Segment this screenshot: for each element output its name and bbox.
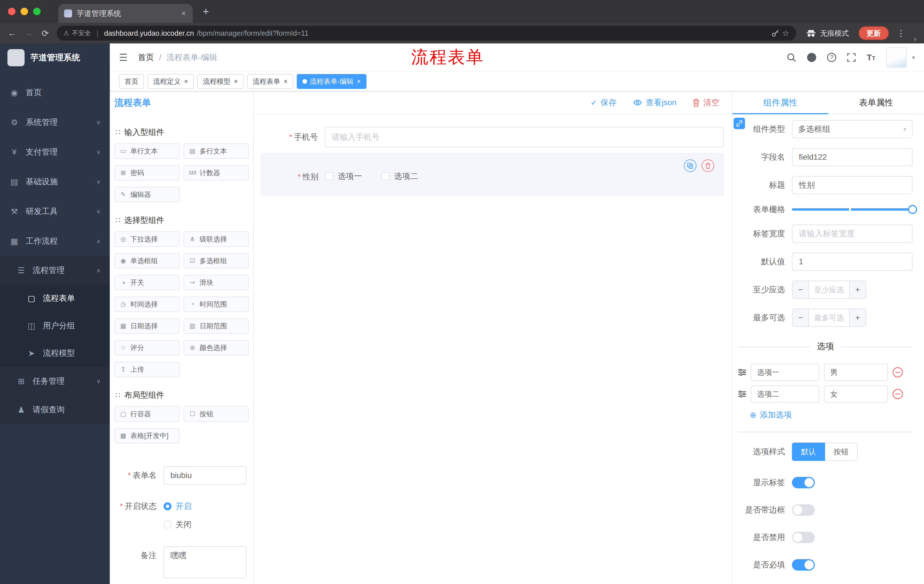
github-icon[interactable] (807, 53, 816, 62)
label-width-input[interactable] (792, 225, 912, 243)
palette-item-time-picker[interactable]: ◷时间选择 (114, 296, 180, 312)
clear-button[interactable]: 清空 (693, 97, 719, 108)
link-icon[interactable] (734, 118, 745, 129)
min-select-value[interactable]: 至少应选 (809, 281, 849, 298)
view-tab-home[interactable]: 首页 (119, 74, 144, 89)
window-zoom-button[interactable] (33, 8, 41, 15)
grid-slider[interactable] (792, 208, 912, 211)
palette-item-date-range[interactable]: ▥日期范围 (183, 318, 249, 334)
font-size-icon[interactable]: TT (866, 53, 875, 62)
palette-item-row-container[interactable]: ▢行容器 (114, 406, 180, 422)
add-option-button[interactable]: ⊕ 添加选项 (750, 410, 912, 420)
option-1-name-input[interactable] (751, 364, 819, 381)
option-2-value-input[interactable] (824, 385, 888, 403)
title-input[interactable] (792, 176, 912, 194)
plus-button[interactable]: + (849, 309, 866, 326)
window-close-button[interactable] (8, 8, 15, 15)
sidebar-item-system[interactable]: ⚙ 系统管理 ∨ (0, 107, 110, 137)
sidebar-item-payment[interactable]: ¥ 支付管理 ∨ (0, 137, 110, 167)
view-tab-process-model[interactable]: 流程模型 × (197, 74, 244, 89)
sidebar-item-task-management[interactable]: ⊞ 任务管理 ∨ (0, 367, 110, 395)
forward-icon[interactable]: → (23, 28, 34, 38)
close-icon[interactable]: × (184, 77, 188, 86)
new-tab-button[interactable]: + (198, 4, 213, 19)
sidebar-item-infrastructure[interactable]: ▤ 基础设施 ∨ (0, 167, 110, 197)
gender-field-selected[interactable]: *性别 选项一 选项二 (261, 153, 724, 196)
plus-button[interactable]: + (849, 281, 866, 298)
option-style-default-button[interactable]: 默认 (792, 443, 825, 461)
close-icon[interactable]: × (357, 77, 361, 86)
palette-item-radio-group[interactable]: ◉单选框组 (114, 253, 180, 268)
remove-option-button[interactable] (893, 389, 903, 399)
palette-item-switch[interactable]: ◑开关 (114, 275, 180, 290)
gender-option-2-checkbox[interactable]: 选项二 (382, 171, 418, 182)
phone-input[interactable] (325, 127, 724, 147)
tab-form-props[interactable]: 表单属性 (828, 91, 924, 114)
palette-item-password[interactable]: ⊠密码 (114, 165, 180, 181)
border-switch[interactable] (792, 504, 815, 516)
search-icon[interactable] (787, 53, 796, 62)
back-icon[interactable]: ← (7, 28, 17, 38)
bookmark-star-icon[interactable]: ☆ (782, 29, 789, 38)
view-tab-process-form[interactable]: 流程表单 × (247, 74, 293, 89)
form-remark-textarea[interactable]: 嘿嘿 (163, 546, 246, 578)
required-switch[interactable] (792, 559, 815, 571)
close-icon[interactable]: × (234, 77, 238, 86)
copy-component-button[interactable] (684, 160, 696, 172)
breadcrumb-home[interactable]: 首页 (138, 52, 154, 63)
reload-icon[interactable]: ⟳ (40, 28, 50, 38)
default-value-input[interactable] (792, 253, 912, 271)
option-style-button-button[interactable]: 按钮 (825, 443, 858, 461)
update-button[interactable]: 更新 (858, 26, 889, 40)
palette-item-cascader[interactable]: ⋔级联选择 (183, 232, 249, 247)
sidebar-item-process-model[interactable]: ➤ 流程模型 (0, 339, 110, 367)
palette-item-counter[interactable]: 123计数器 (183, 165, 249, 181)
slider-handle[interactable] (908, 205, 917, 214)
close-icon[interactable]: × (284, 77, 288, 86)
palette-item-checkbox-group[interactable]: ☑多选框组 (183, 253, 249, 268)
palette-item-multi-text[interactable]: ▤多行文本 (183, 143, 249, 159)
phone-field[interactable]: *手机号 (261, 127, 724, 147)
sidebar-item-process-management[interactable]: ☰ 流程管理 ∧ (0, 256, 110, 285)
drag-handle-icon[interactable] (738, 391, 746, 397)
minus-button[interactable]: − (792, 309, 809, 326)
window-minimize-button[interactable] (21, 8, 28, 15)
palette-item-editor[interactable]: ✎编辑器 (114, 187, 180, 202)
sidebar-item-process-form[interactable]: ▢ 流程表单 (0, 285, 110, 312)
drag-handle-icon[interactable] (738, 369, 746, 376)
sidebar-item-home[interactable]: ◉ 首页 (0, 78, 110, 107)
max-select-value[interactable]: 最多可选 (809, 309, 849, 326)
component-type-select[interactable]: 多选框组 ▾ (792, 120, 912, 138)
gender-option-1-checkbox[interactable]: 选项一 (325, 171, 362, 182)
status-radio-closed[interactable]: 关闭 (163, 515, 191, 534)
minus-button[interactable]: − (792, 281, 809, 298)
toolbar-chevron-icon[interactable]: ∨ (913, 36, 917, 42)
sidebar-item-leave-query[interactable]: ♟ 请假查询 (0, 395, 110, 424)
view-tab-process-definition[interactable]: 流程定义 × (147, 74, 194, 89)
option-1-value-input[interactable] (824, 364, 888, 381)
sidebar-collapse-icon[interactable]: ☰ (119, 52, 127, 63)
help-icon[interactable]: ? (827, 53, 836, 62)
palette-item-upload[interactable]: ↥上传 (114, 362, 180, 377)
view-json-button[interactable]: 查看json (633, 97, 676, 108)
field-name-input[interactable] (792, 148, 912, 166)
view-tab-process-form-edit[interactable]: 流程表单-编辑 × (297, 74, 366, 89)
palette-item-rate[interactable]: ☆评分 (114, 340, 180, 355)
save-button[interactable]: ✓ 保存 (591, 97, 616, 108)
browser-menu-icon[interactable]: ⋮ (895, 28, 907, 38)
disabled-switch[interactable] (792, 532, 815, 543)
sidebar-item-user-group[interactable]: ◫ 用户分组 (0, 312, 110, 339)
status-radio-open[interactable]: 开启 (163, 497, 191, 515)
browser-tab[interactable]: 芋道管理系统 × (58, 4, 193, 23)
delete-component-button[interactable] (701, 160, 714, 172)
palette-item-slider[interactable]: ⊸滑块 (183, 275, 249, 290)
sidebar-item-workflow[interactable]: ▦ 工作流程 ∧ (0, 226, 110, 256)
palette-item-time-range[interactable]: ◔时间范围 (183, 296, 249, 312)
palette-item-button[interactable]: ☐按钮 (183, 406, 249, 422)
palette-item-color-picker[interactable]: ⊛颜色选择 (183, 340, 249, 355)
show-label-switch[interactable] (792, 477, 815, 488)
address-bar[interactable]: ⚠ 不安全 | dashboard.yudao.iocoder.cn /bpm/… (57, 26, 796, 41)
option-2-name-input[interactable] (751, 385, 819, 403)
palette-item-date-picker[interactable]: ▦日期选择 (114, 318, 180, 334)
palette-item-table[interactable]: ▩表格[开发中] (114, 428, 180, 443)
